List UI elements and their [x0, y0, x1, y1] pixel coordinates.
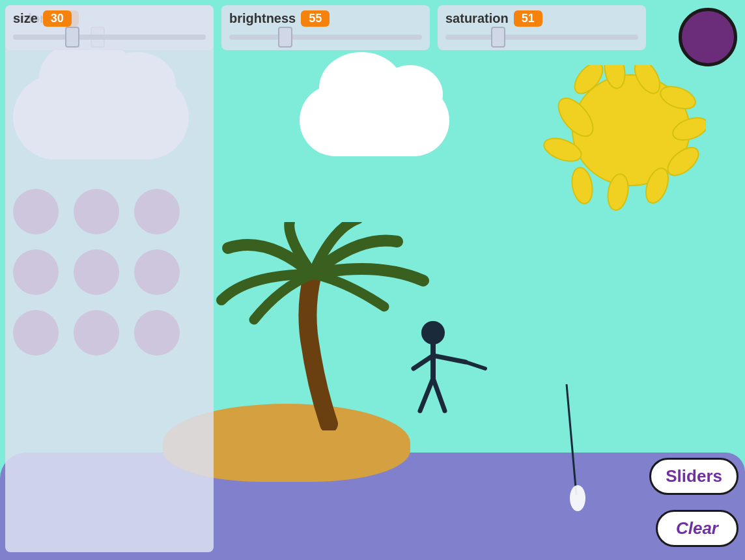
size-panel: size 30	[5, 5, 214, 552]
sliders-button[interactable]: Sliders	[649, 458, 738, 495]
svg-point-20	[570, 485, 585, 511]
svg-point-12	[421, 321, 445, 344]
svg-line-16	[466, 362, 485, 369]
sun	[524, 65, 706, 250]
size-value: 30	[43, 10, 72, 27]
cloud-right	[300, 85, 449, 156]
brightness-label: brightness	[229, 11, 296, 26]
size-label: size	[13, 11, 38, 26]
color-swatch	[679, 8, 737, 66]
saturation-label: saturation	[445, 11, 509, 26]
size-slider[interactable]	[13, 35, 206, 40]
brightness-value: 55	[301, 10, 330, 27]
svg-line-18	[433, 378, 445, 411]
brightness-slider[interactable]	[229, 35, 422, 40]
clear-button[interactable]: Clear	[656, 510, 738, 547]
svg-line-19	[567, 384, 576, 495]
svg-line-17	[420, 378, 433, 411]
saturation-panel: saturation 51	[438, 5, 646, 50]
svg-line-15	[433, 356, 466, 362]
brightness-panel: brightness 55	[221, 5, 430, 50]
svg-point-3	[569, 166, 595, 205]
saturation-slider[interactable]	[445, 35, 638, 40]
saturation-value: 51	[514, 10, 542, 27]
fishing-line	[563, 384, 602, 514]
palm-tree	[215, 222, 436, 433]
svg-line-14	[414, 356, 433, 369]
stick-figure	[407, 320, 492, 427]
